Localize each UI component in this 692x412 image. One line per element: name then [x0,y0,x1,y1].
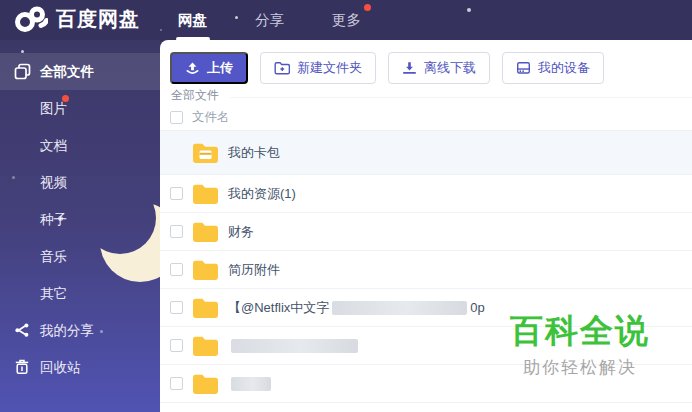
decor-star [58,216,63,221]
table-row[interactable]: 我的卡包 [160,131,692,175]
table-row[interactable]: 简历附件 [160,251,692,289]
new-folder-label: 新建文件夹 [297,59,362,77]
nav-active-underline [176,37,210,41]
main-content: 上传 新建文件夹 离线下载 [160,40,692,412]
new-folder-icon [274,61,290,75]
table-row[interactable] [160,365,692,403]
toolbar: 上传 新建文件夹 离线下载 [170,52,604,84]
sidebar-item-3[interactable]: 文档 [0,127,160,164]
app-title: 百度网盘 [56,6,140,33]
offline-download-icon [402,61,417,75]
sidebar-item-label: 视频 [40,174,67,192]
sidebar-item-label: 其它 [40,285,67,303]
baidu-netdisk-window: 百度网盘 网盘 分享 更多 全部文件 图片 文档 视频 种子 [0,0,692,412]
table-row[interactable] [160,327,692,365]
notification-dot [364,4,371,11]
sidebar-item-label: 种子 [40,211,67,229]
app-logo[interactable]: 百度网盘 [14,4,140,34]
breadcrumb-divider [230,97,692,98]
offline-download-label: 离线下载 [424,59,476,77]
sidebar-item-label: 图片 [40,100,67,118]
sidebar-item-label: 文档 [40,137,67,155]
censored-name-bar [231,339,358,353]
folder-icon [192,335,219,357]
my-devices-button[interactable]: 我的设备 [502,52,604,84]
upload-icon [185,61,200,76]
file-list: 我的卡包 我的资源(1) 财务 简历附件 【@Netfl [160,131,692,403]
sidebar: 全部文件 图片 文档 视频 种子 音乐 其它 我的分享 回收站 [0,40,160,412]
baidu-pan-cloud-icon [14,4,48,34]
folder-card-icon [192,142,219,164]
nav-item-label: 更多 [332,12,361,28]
sidebar-item-2[interactable]: 图片 [0,90,160,127]
files-icon [14,63,31,80]
decor-star [160,29,162,31]
top-nav: 网盘 分享 更多 [176,0,363,40]
my-devices-label: 我的设备 [538,59,590,77]
file-name [228,339,361,353]
folder-icon [192,373,219,395]
decor-star [21,50,24,53]
sidebar-item-label: 全部文件 [40,63,94,81]
file-name: 我的卡包 [228,144,283,162]
decor-star [12,176,15,179]
table-row[interactable]: 财务 [160,213,692,251]
app-header: 百度网盘 网盘 分享 更多 [0,0,692,40]
censored-name-bar [231,377,271,391]
row-checkbox[interactable] [170,339,183,352]
share-icon [14,322,31,339]
row-checkbox[interactable] [170,263,183,276]
decor-star [40,148,43,151]
folder-icon [192,183,219,205]
decor-star [100,330,103,333]
select-all-checkbox[interactable] [170,111,183,124]
sidebar-item-label: 音乐 [40,248,67,266]
offline-download-button[interactable]: 离线下载 [388,52,490,84]
nav-item-3[interactable]: 更多 [330,7,363,34]
sidebar-item-8[interactable]: 我的分享 [0,312,160,349]
file-name [228,377,274,391]
moon-decoration [92,192,160,288]
sidebar-item-1[interactable]: 全部文件 [0,53,160,90]
device-icon [516,61,531,75]
new-folder-button[interactable]: 新建文件夹 [260,52,376,84]
folder-icon [192,297,219,319]
file-name: 财务 [228,223,257,241]
upload-button[interactable]: 上传 [170,52,248,84]
row-checkbox[interactable] [170,187,183,200]
row-checkbox[interactable] [170,225,183,238]
row-checkbox[interactable] [170,377,183,390]
sidebar-item-label: 我的分享 [40,322,94,340]
file-name: 我的资源(1) [228,185,299,203]
breadcrumb[interactable]: 全部文件 [171,87,219,104]
sidebar-item-label: 回收站 [40,359,81,377]
sidebar-item-9[interactable]: 回收站 [0,349,160,386]
decor-star [467,8,471,12]
table-row[interactable]: 我的资源(1) [160,175,692,213]
notification-dot [62,95,69,102]
censored-name-bar [332,301,467,315]
nav-item-label: 网盘 [178,12,207,28]
table-header-row: 文件名 [160,105,692,131]
nav-item-label: 分享 [255,12,284,28]
file-name: 简历附件 [228,261,283,279]
folder-icon [192,259,219,281]
folder-icon [192,221,219,243]
row-checkbox[interactable] [170,301,183,314]
nav-item-1[interactable]: 网盘 [176,7,209,34]
file-table: 文件名 我的卡包 我的资源(1) 财务 简历附件 [160,105,692,403]
upload-label: 上传 [207,59,233,77]
trash-icon [14,359,31,376]
decor-star [235,16,238,19]
file-name: 【@Netflix中文字 0p [228,299,485,317]
filename-column-header: 文件名 [192,109,230,126]
table-row[interactable]: 【@Netflix中文字 0p [160,289,692,327]
nav-item-2[interactable]: 分享 [253,7,286,34]
